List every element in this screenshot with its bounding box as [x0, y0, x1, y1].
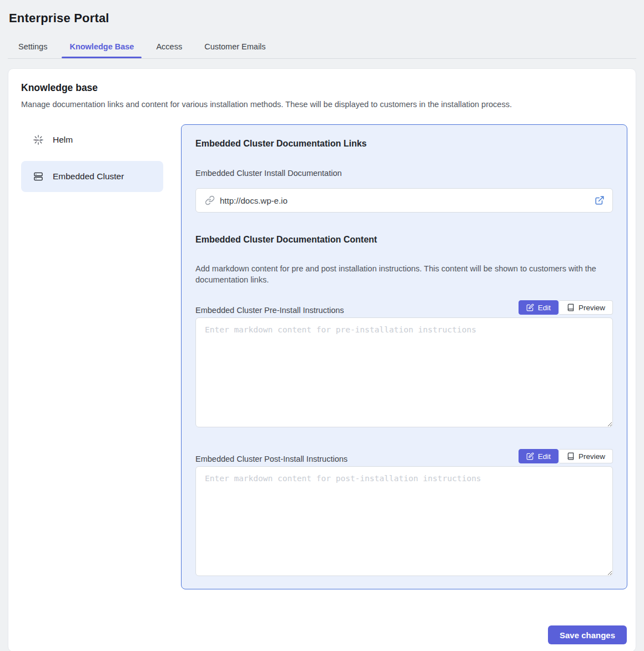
server-stack-icon [33, 171, 44, 182]
page-title: Enterprise Portal [0, 0, 644, 26]
doc-content-title: Embedded Cluster Documentation Content [195, 235, 613, 245]
doc-links-title: Embedded Cluster Documentation Links [195, 139, 613, 149]
install-doc-input-row [195, 188, 613, 213]
post-install-preview-button[interactable]: Preview [560, 449, 613, 463]
pre-install-mode-toggle: Edit Preview [519, 300, 613, 315]
pre-install-edit-button[interactable]: Edit [519, 300, 559, 315]
tab-knowledge-base[interactable]: Knowledge Base [62, 34, 142, 58]
doc-content-description: Add markdown content for pre and post in… [195, 263, 613, 285]
post-install-label: Embedded Cluster Post-Install Instructio… [195, 455, 348, 463]
tab-customer-emails[interactable]: Customer Emails [197, 34, 273, 58]
install-doc-url-input[interactable] [220, 196, 590, 205]
sidebar-item-embedded-cluster[interactable]: Embedded Cluster [21, 161, 163, 192]
post-install-edit-button[interactable]: Edit [519, 449, 559, 463]
post-install-mode-toggle: Edit Preview [519, 449, 613, 463]
book-icon [567, 452, 575, 460]
install-method-nav: HELM Helm Embedded Cluster [21, 124, 163, 589]
pre-install-preview-button[interactable]: Preview [560, 300, 613, 315]
helm-icon: HELM [33, 134, 44, 145]
embedded-cluster-panel: Embedded Cluster Documentation Links Emb… [181, 124, 627, 589]
tab-bar-divider [8, 58, 636, 59]
edit-button-label: Edit [538, 304, 551, 312]
edit-button-label: Edit [538, 452, 551, 461]
sidebar-item-helm[interactable]: HELM Helm [21, 124, 163, 155]
post-install-textarea[interactable] [195, 466, 613, 576]
svg-text:HELM: HELM [35, 139, 42, 142]
pre-install-textarea[interactable] [195, 317, 613, 427]
open-external-link-button[interactable] [595, 195, 605, 205]
knowledge-base-card: Knowledge base Manage documentation link… [8, 68, 636, 651]
link-icon [205, 195, 215, 205]
enterprise-portal-page: Enterprise Portal Settings Knowledge Bas… [0, 0, 644, 651]
save-changes-button[interactable]: Save changes [548, 625, 627, 644]
tab-settings[interactable]: Settings [11, 34, 55, 58]
install-doc-label: Embedded Cluster Install Documentation [195, 169, 613, 178]
external-link-icon [595, 195, 605, 205]
tab-bar: Settings Knowledge Base Access Customer … [0, 34, 644, 58]
edit-pencil-icon [526, 452, 534, 460]
sidebar-item-label: Embedded Cluster [53, 171, 124, 181]
section-description: Manage documentation links and content f… [21, 100, 627, 109]
pre-install-label: Embedded Cluster Pre-Install Instruction… [195, 306, 344, 315]
preview-button-label: Preview [578, 304, 605, 312]
preview-button-label: Preview [578, 452, 605, 461]
tab-access[interactable]: Access [148, 34, 190, 58]
book-icon [567, 304, 575, 311]
section-heading: Knowledge base [21, 82, 627, 94]
sidebar-item-label: Helm [53, 135, 73, 145]
edit-pencil-icon [526, 304, 534, 311]
